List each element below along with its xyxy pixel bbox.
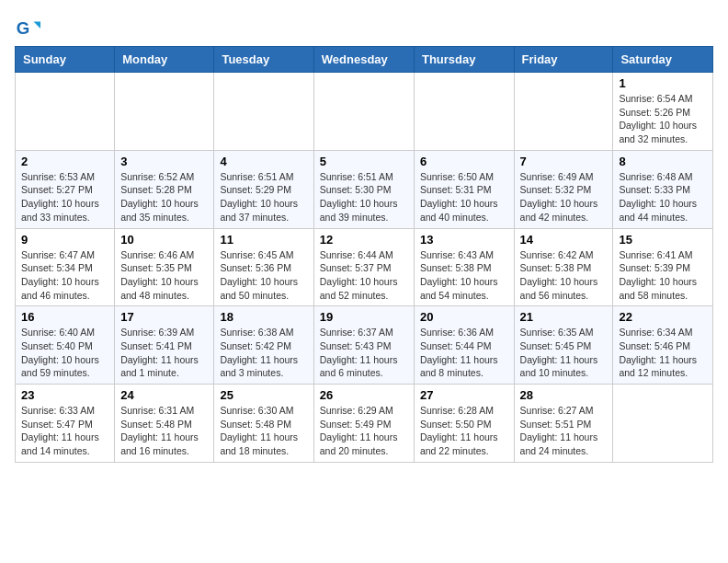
day-info: Sunrise: 6:40 AM Sunset: 5:40 PM Dayligh… [21,326,108,380]
day-number: 1 [619,76,707,90]
day-number: 2 [21,155,108,168]
day-info: Sunrise: 6:35 AM Sunset: 5:45 PM Dayligh… [520,326,608,380]
calendar-cell: 14Sunrise: 6:42 AM Sunset: 5:38 PM Dayli… [514,228,613,306]
weekday-header-wednesday: Wednesday [313,47,414,73]
calendar-cell [414,73,514,151]
calendar-cell: 21Sunrise: 6:35 AM Sunset: 5:45 PM Dayli… [514,306,613,385]
day-info: Sunrise: 6:54 AM Sunset: 5:26 PM Dayligh… [619,92,707,146]
svg-marker-1 [34,21,40,28]
calendar-cell: 27Sunrise: 6:28 AM Sunset: 5:50 PM Dayli… [414,385,514,463]
calendar-cell: 28Sunrise: 6:27 AM Sunset: 5:51 PM Dayli… [514,385,613,463]
weekday-header-friday: Friday [514,47,613,73]
calendar-table: SundayMondayTuesdayWednesdayThursdayFrid… [15,46,713,463]
calendar-cell: 15Sunrise: 6:41 AM Sunset: 5:39 PM Dayli… [613,228,713,306]
day-info: Sunrise: 6:48 AM Sunset: 5:33 PM Dayligh… [619,170,707,224]
day-info: Sunrise: 6:53 AM Sunset: 5:27 PM Dayligh… [21,170,108,224]
calendar-cell: 22Sunrise: 6:34 AM Sunset: 5:46 PM Dayli… [613,306,713,385]
calendar-week-4: 16Sunrise: 6:40 AM Sunset: 5:40 PM Dayli… [16,306,713,385]
day-info: Sunrise: 6:51 AM Sunset: 5:29 PM Dayligh… [220,170,307,224]
day-info: Sunrise: 6:37 AM Sunset: 5:43 PM Dayligh… [320,326,408,380]
calendar-cell: 26Sunrise: 6:29 AM Sunset: 5:49 PM Dayli… [313,385,414,463]
day-info: Sunrise: 6:51 AM Sunset: 5:30 PM Dayligh… [320,170,408,224]
day-number: 25 [220,388,307,402]
calendar-cell: 16Sunrise: 6:40 AM Sunset: 5:40 PM Dayli… [16,306,115,385]
day-number: 8 [619,155,707,168]
calendar-cell: 8Sunrise: 6:48 AM Sunset: 5:33 PM Daylig… [613,150,713,228]
weekday-header-thursday: Thursday [414,47,514,73]
calendar-week-1: 1Sunrise: 6:54 AM Sunset: 5:26 PM Daylig… [16,73,713,151]
day-number: 23 [21,388,108,402]
day-number: 14 [520,233,608,247]
calendar-cell: 12Sunrise: 6:44 AM Sunset: 5:37 PM Dayli… [313,228,414,306]
day-number: 17 [120,310,208,324]
calendar-cell: 2Sunrise: 6:53 AM Sunset: 5:27 PM Daylig… [16,150,115,228]
day-number: 22 [619,310,707,324]
calendar-cell: 18Sunrise: 6:38 AM Sunset: 5:42 PM Dayli… [214,306,313,385]
day-number: 5 [320,155,408,168]
day-number: 10 [120,233,208,247]
day-info: Sunrise: 6:45 AM Sunset: 5:36 PM Dayligh… [220,248,307,303]
calendar-cell: 20Sunrise: 6:36 AM Sunset: 5:44 PM Dayli… [414,306,514,385]
day-info: Sunrise: 6:50 AM Sunset: 5:31 PM Dayligh… [420,170,508,224]
calendar-cell: 19Sunrise: 6:37 AM Sunset: 5:43 PM Dayli… [313,306,414,385]
calendar-cell: 17Sunrise: 6:39 AM Sunset: 5:41 PM Dayli… [115,306,214,385]
weekday-header-row: SundayMondayTuesdayWednesdayThursdayFrid… [16,47,713,73]
calendar-week-5: 23Sunrise: 6:33 AM Sunset: 5:47 PM Dayli… [16,385,713,463]
calendar-cell: 10Sunrise: 6:46 AM Sunset: 5:35 PM Dayli… [115,228,214,306]
day-number: 7 [520,155,608,168]
calendar-cell: 13Sunrise: 6:43 AM Sunset: 5:38 PM Dayli… [414,228,514,306]
calendar-week-2: 2Sunrise: 6:53 AM Sunset: 5:27 PM Daylig… [16,150,713,228]
calendar-cell [313,73,414,151]
calendar-week-3: 9Sunrise: 6:47 AM Sunset: 5:34 PM Daylig… [16,228,713,306]
day-info: Sunrise: 6:46 AM Sunset: 5:35 PM Dayligh… [120,248,208,303]
day-info: Sunrise: 6:47 AM Sunset: 5:34 PM Dayligh… [21,248,108,303]
day-number: 20 [420,310,508,324]
day-number: 16 [21,310,108,324]
calendar-cell: 23Sunrise: 6:33 AM Sunset: 5:47 PM Dayli… [16,385,115,463]
day-info: Sunrise: 6:49 AM Sunset: 5:32 PM Dayligh… [520,170,608,224]
calendar-cell: 1Sunrise: 6:54 AM Sunset: 5:26 PM Daylig… [613,73,713,151]
day-info: Sunrise: 6:27 AM Sunset: 5:51 PM Dayligh… [520,404,608,458]
calendar-cell [214,73,313,151]
calendar-cell [613,385,713,463]
calendar-cell: 7Sunrise: 6:49 AM Sunset: 5:32 PM Daylig… [514,150,613,228]
day-number: 18 [220,310,307,324]
day-info: Sunrise: 6:43 AM Sunset: 5:38 PM Dayligh… [420,248,508,303]
day-number: 12 [320,233,408,247]
calendar-cell: 3Sunrise: 6:52 AM Sunset: 5:28 PM Daylig… [115,150,214,228]
calendar-cell: 4Sunrise: 6:51 AM Sunset: 5:29 PM Daylig… [214,150,313,228]
day-info: Sunrise: 6:36 AM Sunset: 5:44 PM Dayligh… [420,326,508,380]
calendar-cell: 11Sunrise: 6:45 AM Sunset: 5:36 PM Dayli… [214,228,313,306]
calendar-cell [16,73,115,151]
calendar-cell: 9Sunrise: 6:47 AM Sunset: 5:34 PM Daylig… [16,228,115,306]
weekday-header-tuesday: Tuesday [214,47,313,73]
day-number: 21 [520,310,608,324]
calendar-cell: 25Sunrise: 6:30 AM Sunset: 5:48 PM Dayli… [214,385,313,463]
day-info: Sunrise: 6:28 AM Sunset: 5:50 PM Dayligh… [420,404,508,458]
calendar-header: SundayMondayTuesdayWednesdayThursdayFrid… [16,47,713,73]
weekday-header-saturday: Saturday [613,47,713,73]
calendar-cell: 6Sunrise: 6:50 AM Sunset: 5:31 PM Daylig… [414,150,514,228]
weekday-header-monday: Monday [115,47,214,73]
day-info: Sunrise: 6:52 AM Sunset: 5:28 PM Dayligh… [120,170,208,224]
day-number: 3 [120,155,208,168]
day-info: Sunrise: 6:29 AM Sunset: 5:49 PM Dayligh… [320,404,408,458]
calendar-cell [115,73,214,151]
calendar-cell: 5Sunrise: 6:51 AM Sunset: 5:30 PM Daylig… [313,150,414,228]
day-number: 19 [320,310,408,324]
calendar-cell [514,73,613,151]
day-info: Sunrise: 6:44 AM Sunset: 5:37 PM Dayligh… [320,248,408,303]
day-number: 28 [520,388,608,402]
day-number: 24 [120,388,208,402]
day-number: 15 [619,233,707,247]
day-number: 4 [220,155,307,168]
day-info: Sunrise: 6:33 AM Sunset: 5:47 PM Dayligh… [21,404,108,458]
day-number: 6 [420,155,508,168]
day-number: 26 [320,388,408,402]
day-info: Sunrise: 6:31 AM Sunset: 5:48 PM Dayligh… [120,404,208,458]
day-number: 13 [420,233,508,247]
day-number: 27 [420,388,508,402]
day-info: Sunrise: 6:42 AM Sunset: 5:38 PM Dayligh… [520,248,608,303]
day-info: Sunrise: 6:38 AM Sunset: 5:42 PM Dayligh… [220,326,307,380]
logo-icon: G [15,15,40,40]
